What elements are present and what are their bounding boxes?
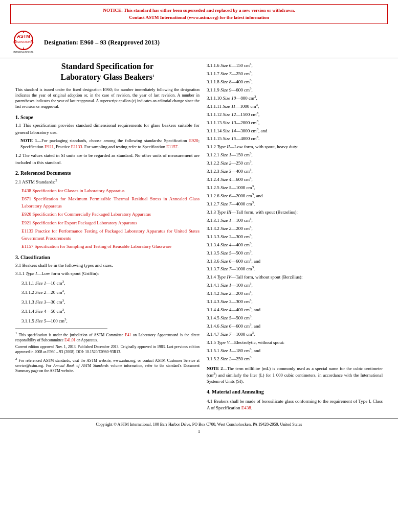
r-type4-1: 3.1.4.1 Size 1—100 cm3, [207, 281, 383, 289]
r-type5-1: 3.1.5.1 Size 1—180 cm3, and [207, 346, 383, 355]
r-type1-8: 3.1.1.8 Size 8—400 cm3, [207, 78, 383, 86]
e438-ref-link[interactable]: E438 [241, 405, 251, 410]
r-type3-head: 3.1.3 Type III—Tall form, with spout (Be… [207, 209, 383, 216]
astm-logo: ASTM INTERNATIONAL INTERNATIONAL [10, 29, 37, 56]
svg-text:INTERNATIONAL: INTERNATIONAL [13, 51, 34, 54]
footnote-divider [15, 329, 107, 329]
left-column: Standard Specification for Laboratory Gl… [15, 61, 200, 413]
e920-link[interactable]: E920 Specification for Commercially Pack… [21, 212, 151, 217]
type1-size-5: 3.1.1.5 Size 5—100 cm3, [21, 317, 200, 325]
right-column: 3.1.1.6 Size 6—150 cm3, 3.1.1.7 Size 7—2… [207, 61, 383, 413]
e921-link[interactable]: E921 Specification for Export Packaged L… [21, 220, 137, 225]
scope-1-2: 1.2 The values stated in SI units are to… [15, 152, 200, 166]
references-list: E438 Specification for Glasses in Labora… [21, 188, 200, 250]
e41-link[interactable]: E41 [125, 333, 131, 337]
r-type3-3: 3.1.3.3 Size 3—300 cm3, [207, 233, 383, 241]
page: NOTICE: This standard has either been su… [0, 4, 398, 532]
r-type2-7: 3.1.2.7 Size 7—4000 cm3. [207, 200, 383, 208]
r-type1-12: 3.1.1.12 Size 12—1500 cm3, [207, 110, 383, 119]
section4-heading: 4. Material and Annealing [207, 388, 383, 396]
r-type4-6: 3.1.4.6 Size 6—600 cm3, and [207, 322, 383, 330]
ref-e921: E921 Specification for Export Packaged L… [21, 220, 200, 227]
r-type4-2: 3.1.4.2 Size 2—200 cm3, [207, 289, 383, 297]
copyright-text: Copyright © ASTM International, 100 Barr… [96, 422, 302, 427]
note1-e1157-link[interactable]: E1157 [166, 144, 178, 149]
ref-e1157: E1157 Specification for Sampling and Tes… [21, 243, 200, 250]
r-type1-7: 3.1.1.7 Size 7—250 cm3, [207, 70, 383, 78]
r-type4-3: 3.1.4.3 Size 3—300 cm3, [207, 297, 383, 306]
note2-label: NOTE 2 [207, 366, 223, 371]
r-type5-head: 3.1.5 Type V—Electrolytic, without spout… [207, 339, 383, 346]
r-type3-4: 3.1.3.4 Size 4—400 cm3, [207, 241, 383, 249]
r-type1-9: 3.1.1.9 Size 9—600 cm3, [207, 86, 383, 94]
ref-2-1: 2.1 ASTM Standards:2 [15, 178, 200, 186]
r-type1-15: 3.1.1.15 Size 15—4000 cm3. [207, 134, 383, 143]
r-type2-head: 3.1.2 Type II—Low form, with spout, heav… [207, 144, 383, 151]
right-items: 3.1.1.6 Size 6—150 cm3, 3.1.1.7 Size 7—2… [207, 61, 383, 412]
class-3-1-1: 3.1.1 Type I—Low form with spout (Griffi… [15, 270, 200, 277]
notice-line1: NOTICE: This standard has either been su… [103, 8, 295, 13]
r-type4-head: 3.1.4 Type IV—Tall form, without spout (… [207, 274, 383, 281]
header-row: ASTM INTERNATIONAL INTERNATIONAL Designa… [0, 27, 398, 58]
type1-size-1: 3.1.1.1 Size 1—10 cm3, [21, 279, 200, 287]
class-3-1: 3.1 Beakers shall be in the following ty… [15, 262, 200, 269]
abstract-text: This standard is issued under the fixed … [15, 87, 200, 110]
ref-e1133: E1133 Practice for Performance Testing o… [21, 228, 200, 242]
ref-docs-heading: 2. Referenced Documents [15, 170, 200, 176]
r-type2-2: 3.1.2.2 Size 2—250 cm3, [207, 159, 383, 167]
note1-e920-link[interactable]: E920 [189, 138, 198, 143]
r-type1-14: 3.1.1.14 Size 14—3000 cm3, and [207, 127, 383, 135]
e41-01-link[interactable]: E41.01 [64, 338, 75, 342]
r-type1-13: 3.1.1.13 Size 13—2000 cm3, [207, 119, 383, 127]
document-title: Standard Specification for Laboratory Gl… [15, 61, 200, 83]
ref-e438: E438 Specification for Glasses in Labora… [21, 188, 200, 195]
notice-bar: NOTICE: This standard has either been su… [10, 4, 388, 24]
r-type4-7: 3.1.4.7 Size 7—1000 cm3. [207, 330, 383, 338]
note2-text: —The term millilitre (mL) is commonly us… [207, 366, 383, 384]
r-type2-6: 3.1.2.6 Size 6—2000 cm3, and [207, 192, 383, 200]
r-type1-10: 3.1.1.10 Size 10—800 cm3, [207, 94, 383, 102]
e438-link[interactable]: E438 Specification for Glasses in Labora… [21, 188, 124, 193]
svg-text:ASTM: ASTM [17, 34, 30, 39]
e1157-link[interactable]: E1157 Specification for Sampling and Tes… [21, 244, 171, 249]
footnote-2: 2 For referenced ASTM standards, visit t… [15, 357, 200, 374]
scope-1-1: 1.1 This specification provides standard… [15, 122, 200, 136]
type1-size-4: 3.1.1.4 Size 4—50 cm3, [21, 307, 200, 315]
title-superscript: 1 [152, 73, 154, 77]
type1-size-3: 3.1.1.3 Size 3—30 cm3, [21, 298, 200, 306]
title-line2: Laboratory Glass Beakers [60, 73, 152, 81]
title-line1: Standard Specification for [61, 62, 153, 71]
r-type4-5: 3.1.4.5 Size 5—500 cm3. [207, 314, 383, 322]
r-type3-7: 3.1.3.7 Size 7—1000 cm3. [207, 265, 383, 273]
r-type2-1: 3.1.2.1 Size 1—150 cm3, [207, 151, 383, 159]
footnote-1: 1 This specification is under the jurisd… [15, 331, 200, 343]
e671-link[interactable]: E671 Specification for Maximum Permissib… [21, 196, 200, 209]
type1-size-2: 3.1.1.2 Size 2—20 cm3, [21, 288, 200, 296]
r-type3-6: 3.1.3.6 Size 6—600 cm3, and [207, 257, 383, 265]
page-number: 1 [0, 429, 398, 434]
r-type2-4: 3.1.2.4 Size 4—600 cm3, [207, 175, 383, 183]
designation: Designation: E960 – 93 (Reapproved 2013) [44, 39, 160, 47]
note-2: NOTE 2—The term millilitre (mL) is commo… [207, 366, 383, 385]
e1133-link[interactable]: E1133 Practice for Performance Testing o… [21, 228, 200, 241]
note1-e921-link[interactable]: E921 [45, 144, 54, 149]
r-type3-5: 3.1.3.5 Size 5—500 cm3, [207, 249, 383, 257]
notice-line2: Contact ASTM International (www.astm.org… [129, 15, 269, 20]
r-type5-2: 3.1.5.2 Size 2—250 cm3. [207, 355, 383, 363]
note1-text: —For packaging standards, choose among t… [20, 138, 200, 149]
r-type1-6: 3.1.1.6 Size 6—150 cm3, [207, 61, 383, 70]
page-footer: Copyright © ASTM International, 100 Barr… [0, 419, 398, 427]
note1-label: NOTE 1 [20, 138, 37, 143]
r-type3-2: 3.1.3.2 Size 2—200 cm3, [207, 224, 383, 233]
note1-e1133-link[interactable]: E1133 [71, 144, 82, 149]
r-type2-3: 3.1.2.3 Size 3—400 cm3, [207, 167, 383, 175]
r-type4-4: 3.1.4.4 Size 4—400 cm3, and [207, 306, 383, 314]
footnote-1-current: Current edition approved Nov. 1, 2013. P… [15, 344, 200, 355]
section4-text: 4.1 Beakers shall be made of borosilicat… [207, 398, 383, 412]
ref-e920: E920 Specification for Commercially Pack… [21, 211, 200, 218]
type1-sizes-left: 3.1.1.1 Size 1—10 cm3, 3.1.1.2 Size 2—20… [21, 279, 200, 325]
ref-e671: E671 Specification for Maximum Permissib… [21, 196, 200, 210]
r-type1-11: 3.1.1.11 Size 11—1000 cm3, [207, 102, 383, 110]
main-content: Standard Specification for Laboratory Gl… [0, 61, 398, 413]
note-1: NOTE 1—For packaging standards, choose a… [20, 138, 200, 150]
